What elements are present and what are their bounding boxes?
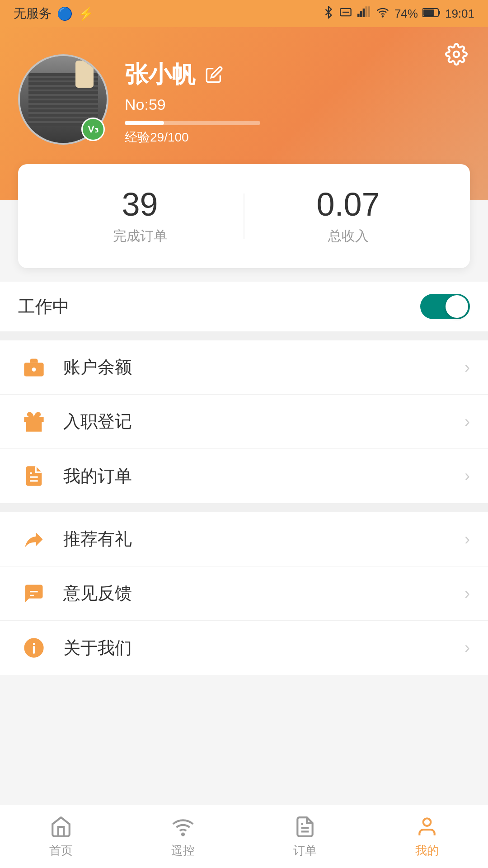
section-divider-1	[0, 331, 488, 340]
menu-item-feedback[interactable]: 意见反馈 ›	[0, 566, 488, 621]
svg-rect-1	[357, 14, 360, 17]
signal-icon	[357, 6, 371, 22]
settings-button[interactable]	[443, 41, 470, 68]
working-label: 工作中	[18, 295, 70, 318]
income-label: 总收入	[328, 227, 369, 245]
about-label: 关于我们	[63, 637, 465, 660]
profile-number: No:59	[125, 96, 470, 113]
battery-text: 74%	[394, 7, 418, 21]
onboarding-label: 入职登记	[63, 410, 465, 433]
svg-point-24	[423, 818, 431, 826]
onboarding-icon-wrap	[18, 406, 50, 438]
service-icon: 🔵	[57, 6, 73, 21]
profile-nav-label: 我的	[415, 843, 439, 859]
profile-info: 张小帆 No:59 经验29/100	[125, 54, 470, 146]
nav-item-profile[interactable]: 我的	[366, 815, 488, 859]
balance-icon-wrap	[18, 352, 50, 383]
feedback-icon-wrap	[18, 578, 50, 609]
bluetooth-icon	[322, 6, 335, 22]
total-income-stat: 0.07 总收入	[244, 187, 452, 245]
remote-label: 遥控	[171, 843, 195, 859]
toggle-knob	[446, 295, 468, 318]
home-icon	[49, 815, 73, 839]
referral-label: 推荐有礼	[63, 528, 465, 551]
exp-bar-wrapper: 经验29/100	[125, 121, 260, 146]
menu-section-2: 推荐有礼 › 意见反馈 ›	[0, 512, 488, 675]
svg-point-20	[33, 643, 35, 645]
avatar-wrapper: V₃	[18, 54, 108, 145]
time: 19:01	[445, 7, 474, 21]
level-text: V₃	[88, 123, 99, 135]
nav-item-home[interactable]: 首页	[0, 815, 122, 859]
menu-item-about[interactable]: 关于我们 ›	[0, 621, 488, 675]
profile-name: 张小帆	[125, 59, 195, 90]
svg-point-6	[382, 16, 383, 17]
orders-nav-label: 订单	[293, 843, 317, 859]
svg-point-12	[32, 368, 36, 372]
nav-item-remote[interactable]: 遥控	[122, 815, 244, 859]
wifi-icon	[375, 6, 390, 22]
orders-nav-icon	[293, 815, 317, 839]
svg-rect-9	[423, 9, 434, 16]
stats-card: 39 完成订单 0.07 总收入	[18, 164, 470, 268]
nfc-icon	[339, 6, 352, 22]
menu-section-1: 账户余额 › 入职登记 ›	[0, 340, 488, 503]
svg-point-21	[182, 834, 184, 835]
svg-rect-5	[368, 6, 370, 17]
my-orders-icon-wrap	[18, 460, 50, 492]
svg-rect-3	[363, 8, 365, 17]
menu-item-referral[interactable]: 推荐有礼 ›	[0, 512, 488, 566]
working-toggle[interactable]	[420, 294, 470, 319]
my-orders-label: 我的订单	[63, 465, 465, 488]
exp-bar-fill	[125, 121, 164, 125]
about-chevron: ›	[465, 638, 470, 657]
nav-item-orders[interactable]: 订单	[244, 815, 366, 859]
income-value: 0.07	[316, 187, 380, 222]
orders-value: 39	[122, 187, 158, 222]
svg-rect-2	[360, 11, 362, 17]
no-service-text: 无服务	[14, 5, 52, 22]
menu-item-my-orders[interactable]: 我的订单 ›	[0, 449, 488, 503]
profile-row: V₃ 张小帆 No:59	[18, 54, 470, 146]
status-bar: 无服务 🔵 ⚡	[0, 0, 488, 27]
section-divider-2	[0, 503, 488, 512]
working-toggle-section: 工作中	[0, 282, 488, 331]
usb-icon: ⚡	[78, 6, 94, 21]
level-badge: V₃	[81, 118, 105, 141]
menu-item-balance[interactable]: 账户余额 ›	[0, 340, 488, 395]
svg-rect-4	[365, 6, 367, 17]
status-left: 无服务 🔵 ⚡	[14, 5, 94, 22]
balance-chevron: ›	[465, 358, 470, 377]
feedback-label: 意见反馈	[63, 582, 465, 605]
exp-bar-bg	[125, 121, 260, 125]
exp-text: 经验29/100	[125, 129, 260, 146]
feedback-chevron: ›	[465, 584, 470, 603]
menu-item-onboarding[interactable]: 入职登记 ›	[0, 395, 488, 449]
edit-profile-button[interactable]	[204, 65, 224, 85]
about-icon-wrap	[18, 632, 50, 664]
bottom-nav: 首页 遥控 订单	[0, 805, 488, 868]
profile-name-row: 张小帆	[125, 59, 470, 90]
remote-icon	[171, 815, 195, 839]
referral-chevron: ›	[465, 530, 470, 549]
referral-icon-wrap	[18, 524, 50, 555]
home-label: 首页	[49, 843, 73, 859]
profile-nav-icon	[415, 815, 439, 839]
status-right: 74% 19:01	[322, 6, 474, 22]
battery-icon	[422, 7, 441, 21]
onboarding-chevron: ›	[465, 412, 470, 431]
svg-rect-8	[438, 11, 440, 14]
orders-label: 完成订单	[113, 227, 167, 245]
balance-label: 账户余额	[63, 356, 465, 379]
svg-point-10	[454, 52, 460, 57]
my-orders-chevron: ›	[465, 467, 470, 486]
completed-orders-stat: 39 完成订单	[36, 187, 244, 245]
